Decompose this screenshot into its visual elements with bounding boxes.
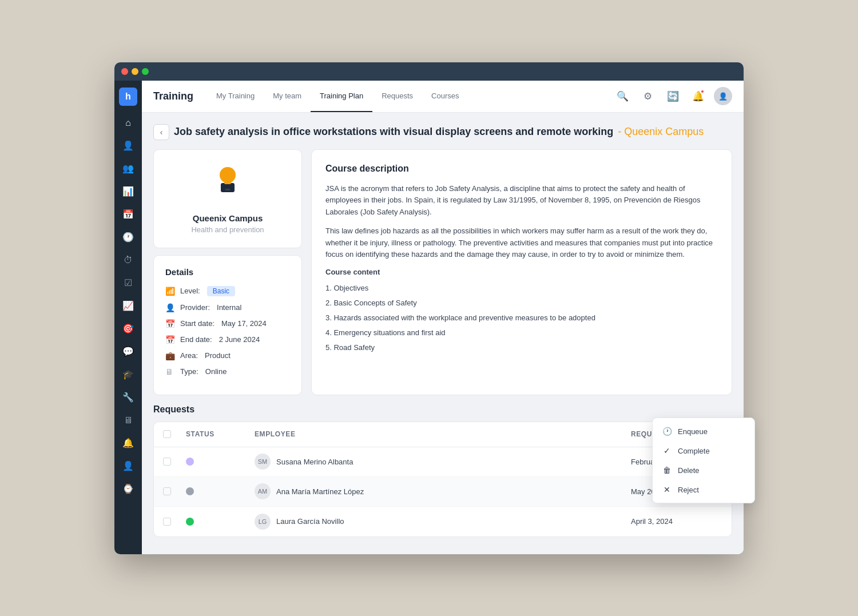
- course-category: Health and prevention: [191, 225, 264, 234]
- requests-title: Requests: [153, 404, 732, 415]
- level-badge: Basic: [207, 286, 235, 296]
- list-item-4: 4. Emergency situations and first aid: [325, 325, 718, 340]
- maximize-dot[interactable]: [142, 68, 149, 75]
- delete-icon: 🗑: [662, 466, 672, 475]
- row3-status: [186, 518, 255, 526]
- sidebar-icon-clock[interactable]: 🕐: [118, 227, 138, 248]
- row1-status-dot: [186, 458, 194, 466]
- row1-avatar: SM: [255, 454, 271, 470]
- sidebar-icon-home[interactable]: ⌂: [118, 113, 138, 133]
- tab-my-team[interactable]: My team: [264, 80, 311, 112]
- app-logo[interactable]: h: [119, 88, 137, 106]
- table-header: Status Employee Requested on: [154, 422, 732, 447]
- sidebar-icon-team[interactable]: 👥: [118, 158, 138, 179]
- detail-type: 🖥 Type: Online: [165, 367, 290, 376]
- provider-icon: 👤: [165, 303, 176, 312]
- table-row: SM Susana Merino Albanta February 11, 20…: [154, 447, 732, 477]
- tab-training-plan[interactable]: Training Plan: [311, 80, 372, 112]
- enqueue-icon: 🕐: [662, 427, 672, 436]
- description-para2: This law defines job hazards as all the …: [325, 225, 718, 261]
- requests-table: Status Employee Requested on: [153, 422, 732, 537]
- tab-requests[interactable]: Requests: [372, 80, 422, 112]
- reject-icon: ✕: [662, 485, 672, 494]
- content-grid: Queenix Campus Health and prevention Det…: [153, 149, 732, 395]
- row1-employee-name: Susana Merino Albanta: [276, 458, 353, 466]
- refresh-icon[interactable]: 🔄: [664, 87, 682, 105]
- row3-checkbox-cell: [163, 518, 186, 526]
- top-bar-icons: 🔍 ⚙ 🔄 🔔 👤: [613, 87, 732, 105]
- table-row: AM Ana María Martínez López May 20, 2024: [154, 477, 732, 507]
- row2-avatar: AM: [255, 483, 271, 499]
- row3-date: April 3, 2024: [631, 517, 722, 526]
- tab-my-training[interactable]: My Training: [207, 80, 264, 112]
- sidebar-icon-bell[interactable]: 🔔: [118, 433, 138, 454]
- svg-point-0: [220, 167, 236, 183]
- avatar[interactable]: 👤: [714, 87, 732, 105]
- row1-checkbox[interactable]: [163, 458, 171, 466]
- minimize-dot[interactable]: [132, 68, 138, 75]
- course-card: Queenix Campus Health and prevention: [153, 149, 302, 248]
- complete-icon: ✓: [662, 446, 672, 455]
- description-para1: JSA is the acronym that refers to Job Sa…: [325, 183, 718, 218]
- start-date-icon: 📅: [165, 319, 176, 328]
- close-dot[interactable]: [121, 68, 128, 75]
- sidebar-icon-grad[interactable]: 🎓: [118, 364, 138, 385]
- start-date-label: Start date:: [180, 319, 214, 328]
- select-all-checkbox[interactable]: [163, 430, 171, 438]
- back-button[interactable]: ‹: [153, 124, 169, 140]
- sidebar-icon-tool[interactable]: 🔧: [118, 387, 138, 408]
- context-menu-reject[interactable]: ✕ Reject: [653, 480, 744, 499]
- area-value: Product: [205, 351, 231, 360]
- list-item-1: 1. Objectives: [325, 281, 718, 296]
- search-icon[interactable]: 🔍: [613, 87, 631, 105]
- row3-avatar: LG: [255, 514, 271, 530]
- notification-dot: [700, 89, 705, 94]
- list-item-5: 5. Road Safety: [325, 340, 718, 355]
- context-menu-enqueue[interactable]: 🕐 Enqueue: [653, 422, 744, 441]
- notification-icon[interactable]: 🔔: [689, 87, 707, 105]
- context-menu-complete[interactable]: ✓ Complete: [653, 441, 744, 460]
- end-date-value: 2 June 2024: [219, 335, 260, 344]
- sidebar-icon-chart[interactable]: 📊: [118, 181, 138, 202]
- table-row: LG Laura García Novillo April 3, 2024: [154, 507, 732, 536]
- sidebar-icon-screen[interactable]: 🖥: [118, 410, 138, 431]
- title-bar: [114, 62, 744, 81]
- sidebar: h ⌂ 👤 👥 📊 📅 🕐 ⏱ ☑ 📈 🎯 💬 🎓 🔧 🖥 🔔 👤 ⌚: [114, 81, 142, 554]
- campus-link[interactable]: - Queenix Campus: [618, 126, 704, 138]
- employee-header: Employee: [255, 430, 631, 438]
- sidebar-icon-clock2[interactable]: ⏱: [118, 250, 138, 271]
- row1-status: [186, 458, 255, 466]
- sidebar-icon-calendar[interactable]: 📅: [118, 204, 138, 225]
- enqueue-label: Enqueue: [678, 427, 708, 436]
- sidebar-icon-check[interactable]: ☑: [118, 273, 138, 293]
- header-checkbox-cell: [163, 430, 186, 438]
- settings-icon[interactable]: ⚙: [638, 87, 657, 105]
- row2-employee: AM Ana María Martínez López: [255, 483, 631, 499]
- page-title: Job safety analysis in office workstatio…: [174, 126, 613, 138]
- course-content-list: 1. Objectives 2. Basic Concepts of Safet…: [325, 281, 718, 355]
- context-menu-delete[interactable]: 🗑 Delete: [653, 460, 744, 480]
- complete-label: Complete: [678, 447, 710, 455]
- area-icon: 💼: [165, 351, 176, 360]
- sidebar-icon-person-add[interactable]: 👤: [118, 456, 138, 476]
- breadcrumb: ‹ Job safety analysis in office workstat…: [153, 124, 732, 140]
- requests-section: Requests Status Employee Requested on: [153, 404, 732, 537]
- sidebar-icon-chat[interactable]: 💬: [118, 341, 138, 362]
- svg-rect-2: [224, 181, 231, 184]
- list-item-2: 2. Basic Concepts of Safety: [325, 296, 718, 311]
- app-title: Training: [153, 90, 193, 102]
- detail-end-date: 📅 End date: 2 June 2024: [165, 335, 290, 344]
- context-menu: 🕐 Enqueue ✓ Complete 🗑 Delete ✕ Reject: [652, 418, 744, 503]
- sidebar-icon-target[interactable]: 🎯: [118, 319, 138, 339]
- level-label: Level:: [180, 287, 200, 295]
- course-content-title: Course content: [325, 268, 718, 276]
- row3-checkbox[interactable]: [163, 518, 171, 526]
- course-name: Queenix Campus: [193, 213, 263, 223]
- row2-checkbox[interactable]: [163, 487, 171, 495]
- reject-label: Reject: [678, 486, 699, 494]
- tab-courses[interactable]: Courses: [422, 80, 468, 112]
- start-date-value: May 17, 2024: [221, 319, 267, 328]
- sidebar-icon-history[interactable]: ⌚: [118, 479, 138, 499]
- sidebar-icon-analytics[interactable]: 📈: [118, 296, 138, 316]
- sidebar-icon-user[interactable]: 👤: [118, 136, 138, 156]
